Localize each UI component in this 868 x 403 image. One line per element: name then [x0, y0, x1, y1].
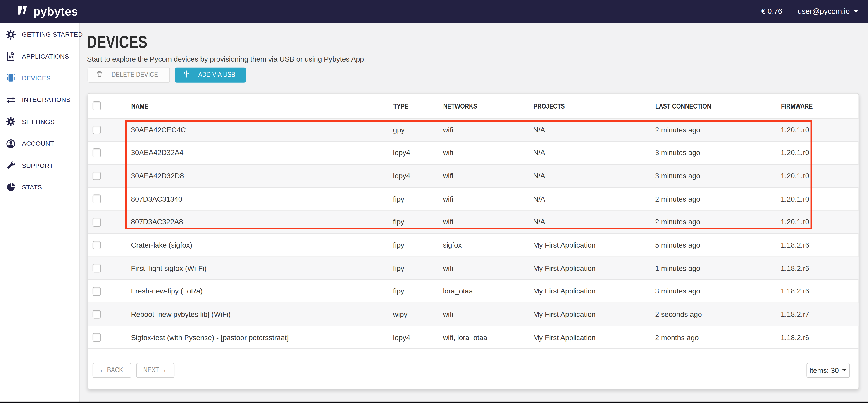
select-all-checkbox[interactable]: [92, 102, 101, 110]
sidebar-item-settings[interactable]: SETTINGS: [0, 111, 79, 133]
sidebar-item-label: INTEGRATIONS: [22, 97, 71, 103]
code-document-icon: [5, 51, 16, 62]
delete-device-button[interactable]: DELETE DEVICE: [87, 67, 170, 82]
cell-last_connection: 3 minutes ago: [655, 172, 781, 180]
row-checkbox[interactable]: [92, 126, 101, 134]
next-button[interactable]: NEXT →: [136, 363, 174, 377]
cell-projects: N/A: [533, 172, 655, 180]
cell-networks: wifi: [443, 264, 533, 273]
cell-name: First flight sigfox (Wi-Fi): [131, 264, 393, 273]
table-row[interactable]: Sigfox-test (with Pysense) - [pastoor pe…: [88, 326, 859, 349]
cell-networks: wifi: [443, 149, 533, 157]
toolbar: DELETE DEVICE ADD VIA USB: [87, 67, 246, 82]
cell-firmware: 1.20.1.r0: [781, 172, 859, 180]
sidebar-item-devices[interactable]: DEVICES: [0, 67, 79, 89]
cell-name: 807D3AC322A8: [131, 218, 393, 226]
sidebar-item-account[interactable]: ACCOUNT: [0, 133, 79, 154]
row-checkbox[interactable]: [92, 172, 101, 180]
cell-last_connection: 2 minutes ago: [655, 126, 781, 134]
sidebar-item-support[interactable]: SUPPORT: [0, 155, 79, 176]
cell-projects: N/A: [533, 195, 655, 203]
row-checkbox[interactable]: [92, 195, 101, 203]
arrows-exchange-icon: [5, 95, 16, 105]
back-button[interactable]: ← BACK: [92, 363, 131, 377]
cell-name: Reboot [new pybytes lib] (WiFi): [131, 310, 393, 319]
table-row[interactable]: Reboot [new pybytes lib] (WiFi)wipywifiM…: [88, 303, 859, 326]
chevron-down-icon: [842, 369, 847, 371]
cell-firmware: 1.18.2.r6: [781, 241, 859, 249]
sidebar: GETTING STARTEDAPPLICATIONSDEVICESINTEGR…: [0, 23, 80, 403]
cell-networks: wifi: [443, 126, 533, 134]
cell-type: wipy: [393, 310, 443, 319]
cell-last_connection: 2 minutes ago: [655, 195, 781, 203]
items-per-page-label: Items: 30: [809, 366, 839, 374]
cell-networks: sigfox: [443, 241, 533, 249]
table-rows: 30AEA42CEC4CgpywifiN/A2 minutes ago1.20.…: [88, 119, 859, 349]
sidebar-item-label: GETTING STARTED: [22, 31, 83, 38]
table-row[interactable]: First flight sigfox (Wi-Fi)fipywifiMy Fi…: [88, 257, 859, 280]
row-checkbox[interactable]: [92, 149, 101, 157]
page-title: DEVICES: [87, 32, 162, 52]
table-row[interactable]: Crater-lake (sigfox)fipysigfoxMy First A…: [88, 234, 859, 257]
chevron-down-icon: [854, 10, 858, 13]
cell-type: fipy: [393, 218, 443, 226]
cell-type: fipy: [393, 241, 443, 249]
cell-firmware: 1.18.2.r7: [781, 310, 859, 319]
row-checkbox[interactable]: [92, 310, 101, 319]
user-menu[interactable]: user@pycom.io: [798, 7, 858, 16]
column-header: NAME: [131, 102, 393, 110]
cell-name: Crater-lake (sigfox): [131, 241, 393, 249]
cell-projects: My First Application: [533, 333, 655, 342]
row-checkbox[interactable]: [92, 264, 101, 273]
topbar: pybytes € 0.76 user@pycom.io: [0, 0, 868, 23]
cell-last_connection: 1 minutes ago: [655, 264, 781, 273]
user-icon: [5, 138, 16, 149]
cell-firmware: 1.18.2.r6: [781, 264, 859, 273]
cell-type: fipy: [393, 264, 443, 273]
brand-name: pybytes: [33, 5, 78, 18]
cell-projects: My First Application: [533, 241, 655, 249]
brand-logo[interactable]: pybytes: [17, 5, 78, 18]
sidebar-item-stats[interactable]: STATS: [0, 176, 79, 198]
sidebar-item-label: DEVICES: [22, 75, 51, 81]
table-row[interactable]: 807D3AC322A8fipywifiN/A2 minutes ago1.20…: [88, 211, 859, 234]
cell-networks: wifi: [443, 310, 533, 319]
sidebar-nav: GETTING STARTEDAPPLICATIONSDEVICESINTEGR…: [0, 23, 79, 198]
cell-networks: wifi: [443, 172, 533, 180]
column-header: TYPE: [393, 102, 443, 110]
cell-last_connection: 3 minutes ago: [655, 287, 781, 296]
cell-last_connection: 2 months ago: [655, 333, 781, 342]
cell-type: lopy4: [393, 172, 443, 180]
column-header: FIRMWARE: [781, 102, 859, 110]
cell-firmware: 1.20.1.r0: [781, 218, 859, 226]
cell-networks: wifi: [443, 218, 533, 226]
table-row[interactable]: 30AEA42D32D8lopy4wifiN/A3 minutes ago1.2…: [88, 165, 859, 188]
row-checkbox[interactable]: [92, 333, 101, 342]
sidebar-item-label: STATS: [22, 184, 42, 190]
row-checkbox[interactable]: [92, 218, 101, 226]
devices-table: NAMETYPENETWORKSPROJECTSLAST CONNECTIONF…: [87, 93, 859, 389]
cell-networks: wifi: [443, 195, 533, 203]
cell-projects: My First Application: [533, 310, 655, 319]
usb-icon: [182, 70, 191, 80]
add-via-usb-label: ADD VIA USB: [198, 71, 235, 79]
add-via-usb-button[interactable]: ADD VIA USB: [175, 67, 246, 82]
items-per-page-dropdown[interactable]: Items: 30: [806, 363, 849, 377]
cell-projects: My First Application: [533, 287, 655, 296]
cell-last_connection: 5 minutes ago: [655, 241, 781, 249]
table-row[interactable]: 30AEA42CEC4CgpywifiN/A2 minutes ago1.20.…: [88, 119, 859, 142]
window-bottom-edge: [0, 401, 868, 403]
cell-projects: N/A: [533, 126, 655, 134]
sidebar-item-getting-started[interactable]: GETTING STARTED: [0, 24, 79, 45]
cell-projects: N/A: [533, 149, 655, 157]
sidebar-item-applications[interactable]: APPLICATIONS: [0, 45, 79, 67]
cell-type: lopy4: [393, 149, 443, 157]
row-checkbox[interactable]: [92, 287, 101, 296]
table-row[interactable]: 30AEA42D32A4lopy4wifiN/A3 minutes ago1.2…: [88, 142, 859, 165]
table-row[interactable]: 807D3AC31340fipywifiN/A2 minutes ago1.20…: [88, 188, 859, 211]
cell-firmware: 1.20.1.r0: [781, 149, 859, 157]
table-row[interactable]: Fresh-new-fipy (LoRa)fipylora_otaaMy Fir…: [88, 280, 859, 303]
chip-icon: [5, 73, 16, 84]
row-checkbox[interactable]: [92, 241, 101, 249]
sidebar-item-integrations[interactable]: INTEGRATIONS: [0, 89, 79, 111]
